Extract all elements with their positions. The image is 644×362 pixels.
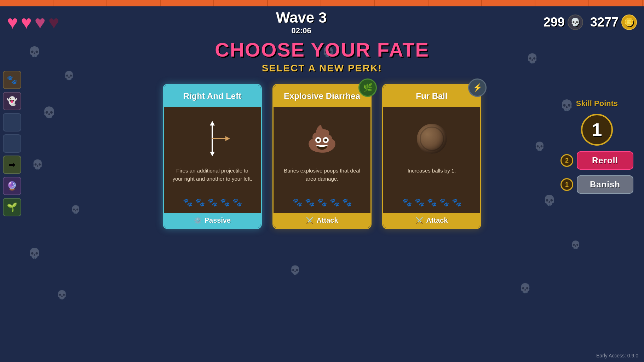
card-title-fur-ball: Fur Ball xyxy=(389,91,475,101)
card-stars-fur-ball: 🐾 🐾 🐾 🐾 🐾 xyxy=(402,191,461,207)
star-5: 🐾 xyxy=(342,198,352,207)
heart-4: ♥ xyxy=(48,13,59,31)
furball-icon xyxy=(417,124,447,154)
version-text: Early Access: 0.9.0 xyxy=(596,353,638,358)
star-1: 🐾 xyxy=(293,198,302,207)
perk-card-fur-ball[interactable]: ⚡ Fur Ball Increases balls by 1. 🐾 🐾 🐾 🐾… xyxy=(382,84,481,229)
card-title-right-and-left: Right And Left xyxy=(169,91,255,101)
kills-counter: 299 💀 xyxy=(544,14,583,30)
attack-icon-2: ⚔️ xyxy=(415,217,423,224)
star-2: 🐾 xyxy=(415,198,424,207)
card-image-right-and-left xyxy=(191,117,234,160)
card-type-explosive-diarrhea: Attack xyxy=(316,216,338,224)
coin-icon: 🪙 xyxy=(621,14,637,30)
star-3: 🐾 xyxy=(427,198,437,207)
star-3: 🐾 xyxy=(208,198,217,207)
star-2: 🐾 xyxy=(305,198,315,207)
wave-info: Wave 3 02:06 xyxy=(276,9,327,35)
star-1: 🐾 xyxy=(183,198,192,207)
coins-value: 3277 xyxy=(590,15,619,30)
card-body-right-and-left: Fires an additional projectile to your r… xyxy=(164,107,261,213)
card-body-explosive-diarrhea: 💩 Buries explosive poops that deal area … xyxy=(274,107,370,213)
perk-card-explosive-diarrhea[interactable]: 🌿 Explosive Diarrhea 💩 Buries explosive … xyxy=(272,84,372,229)
hud-top: ♥ ♥ ♥ ♥ Wave 3 02:06 299 💀 3277 🪙 xyxy=(0,6,644,38)
card-type-right-and-left: Passive xyxy=(205,216,231,224)
banish-cost-badge: 1 xyxy=(560,178,573,191)
skill-points-circle: 1 xyxy=(581,114,613,146)
kills-value: 299 xyxy=(544,15,565,30)
svg-marker-1 xyxy=(210,121,215,125)
card-description-right-and-left: Fires an additional projectile to your r… xyxy=(171,167,254,183)
star-4: 🐾 xyxy=(330,198,339,207)
poop-icon: 💩 xyxy=(306,124,338,154)
card-type-fur-ball: Attack xyxy=(426,216,448,224)
card-body-fur-ball: Increases balls by 1. 🐾 🐾 🐾 🐾 🐾 xyxy=(383,107,480,213)
heart-3: ♥ xyxy=(35,13,46,31)
card-description-explosive-diarrhea: Buries explosive poops that deal area da… xyxy=(281,167,363,183)
passive-icon: ⚙️ xyxy=(194,217,202,224)
card-footer-fur-ball: ⚔️ Attack xyxy=(383,213,480,228)
star-3: 🐾 xyxy=(317,198,327,207)
star-4: 🐾 xyxy=(220,198,230,207)
hearts-container: ♥ ♥ ♥ ♥ xyxy=(7,13,59,31)
coins-counter: 3277 🪙 xyxy=(590,14,637,30)
card-badge-fur-ball: ⚡ xyxy=(468,78,487,97)
banish-button[interactable]: Banish xyxy=(577,175,633,194)
choose-subtitle: SELECT A NEW PERK! xyxy=(262,63,382,74)
heart-1: ♥ xyxy=(7,13,18,31)
reroll-row: 2 Reroll xyxy=(560,151,633,170)
reroll-button[interactable]: Reroll xyxy=(577,151,633,170)
main-content: CHOOSE YOUR FATE SELECT A NEW PERK! Righ… xyxy=(0,38,644,229)
star-4: 🐾 xyxy=(439,198,449,207)
wave-title: Wave 3 xyxy=(276,9,327,26)
top-bar xyxy=(0,0,644,6)
card-description-fur-ball: Increases balls by 1. xyxy=(408,167,456,175)
heart-2: ♥ xyxy=(21,13,32,31)
wave-timer: 02:06 xyxy=(276,26,327,35)
score-area: 299 💀 3277 🪙 xyxy=(544,14,637,30)
card-header-explosive-diarrhea: Explosive Diarrhea xyxy=(274,85,370,107)
svg-marker-3 xyxy=(210,152,215,156)
star-2: 🐾 xyxy=(195,198,205,207)
skill-panel: Skill Points 1 2 Reroll 1 Banish xyxy=(560,99,633,194)
perk-card-right-and-left[interactable]: Right And Left Fires xyxy=(163,84,262,229)
card-stars-explosive-diarrhea: 🐾 🐾 🐾 🐾 🐾 xyxy=(293,191,352,207)
attack-icon-1: ⚔️ xyxy=(306,217,314,224)
card-title-explosive-diarrhea: Explosive Diarrhea xyxy=(279,91,365,101)
card-image-fur-ball xyxy=(410,117,453,160)
star-1: 🐾 xyxy=(402,198,412,207)
star-5: 🐾 xyxy=(232,198,242,207)
skull-icon: 💀 xyxy=(568,14,583,30)
svg-marker-5 xyxy=(225,136,230,141)
banish-row: 1 Banish xyxy=(560,175,633,194)
star-5: 🐾 xyxy=(452,198,461,207)
cards-area: Right And Left Fires xyxy=(163,84,481,229)
skill-points-label: Skill Points xyxy=(576,99,618,108)
card-stars-right-and-left: 🐾 🐾 🐾 🐾 🐾 xyxy=(183,191,242,207)
card-footer-right-and-left: ⚙️ Passive xyxy=(164,213,261,228)
choose-title: CHOOSE YOUR FATE xyxy=(215,38,429,61)
card-header-right-and-left: Right And Left xyxy=(164,85,261,107)
reroll-cost-badge: 2 xyxy=(560,154,573,167)
card-badge-explosive-diarrhea: 🌿 xyxy=(358,78,377,97)
card-footer-explosive-diarrhea: ⚔️ Attack xyxy=(274,213,370,228)
card-image-explosive-diarrhea: 💩 xyxy=(301,117,343,160)
card-header-fur-ball: Fur Ball xyxy=(383,85,480,107)
